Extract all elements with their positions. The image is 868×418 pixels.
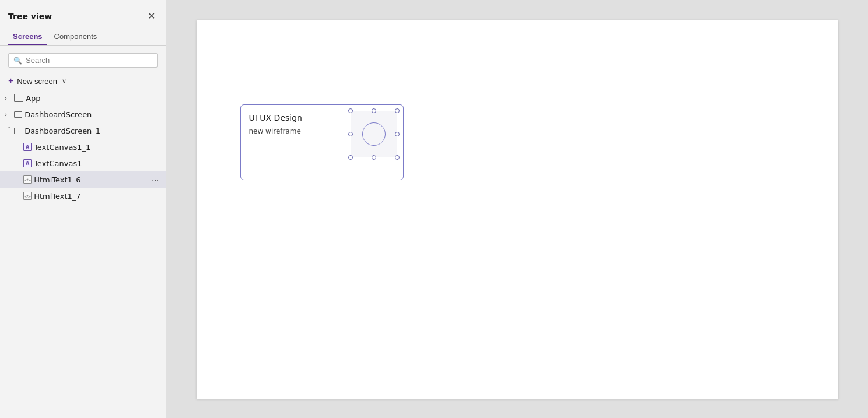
app-icon xyxy=(14,94,23,102)
tree-item-dashboardscreen-1-label: DashboardScreen_1 xyxy=(24,127,161,135)
image-widget[interactable] xyxy=(351,111,397,157)
tree-item-textcanvas1-1[interactable]: › TextCanvas1_1 xyxy=(0,139,166,155)
close-button[interactable]: ✕ xyxy=(145,9,158,23)
screen-icon xyxy=(14,111,22,118)
search-input[interactable] xyxy=(26,56,152,65)
more-options-button[interactable]: ··· xyxy=(149,175,161,184)
tree-item-htmltext1-7[interactable]: › HtmlText1_7 xyxy=(0,188,166,204)
tree-item-textcanvas1[interactable]: › TextCanvas1 xyxy=(0,155,166,171)
tree-item-htmltext1-7-label: HtmlText1_7 xyxy=(34,192,161,201)
textcanvas-icon xyxy=(23,159,32,167)
textcanvas-icon xyxy=(23,143,32,151)
tree-item-app[interactable]: › App xyxy=(0,90,166,106)
tree-item-dashboardscreen-label: DashboardScreen xyxy=(24,110,161,119)
tree-item-app-label: App xyxy=(26,94,161,103)
handle-tm[interactable] xyxy=(372,108,376,113)
search-box: 🔍 xyxy=(8,53,158,68)
htmltext-icon xyxy=(23,192,32,200)
sidebar-header: Tree view ✕ xyxy=(0,0,166,29)
handle-ml[interactable] xyxy=(348,132,353,136)
tree-item-htmltext1-6-label: HtmlText1_6 xyxy=(34,175,149,184)
tree-item-textcanvas1-label: TextCanvas1 xyxy=(34,159,161,168)
canvas-page[interactable]: UI UX Design new wireframe xyxy=(197,20,838,399)
tab-screens[interactable]: Screens xyxy=(8,29,47,45)
new-screen-label: New screen xyxy=(17,77,57,86)
handle-tr[interactable] xyxy=(395,108,400,113)
tree-item-htmltext1-6[interactable]: › HtmlText1_6 ··· xyxy=(0,171,166,188)
canvas-element-htmltext1-6[interactable]: UI UX Design new wireframe xyxy=(240,104,404,180)
new-screen-button[interactable]: + New screen ∨ xyxy=(0,72,166,90)
plus-icon: + xyxy=(8,76,13,86)
canvas-area[interactable]: UI UX Design new wireframe xyxy=(166,0,868,418)
sidebar-tabs: Screens Components xyxy=(0,29,166,46)
tree-item-dashboardscreen-1[interactable]: › DashboardScreen_1 xyxy=(0,122,166,139)
tree-view: › App › DashboardScreen › DashboardScree… xyxy=(0,90,166,418)
handle-bl[interactable] xyxy=(348,155,353,160)
handle-bm[interactable] xyxy=(372,155,376,160)
handle-tl[interactable] xyxy=(348,108,353,113)
handle-br[interactable] xyxy=(395,155,400,160)
tree-item-dashboardscreen[interactable]: › DashboardScreen xyxy=(0,106,166,122)
search-container: 🔍 xyxy=(0,51,166,72)
screen-icon xyxy=(14,128,22,134)
htmltext-icon xyxy=(23,175,32,184)
sidebar-title: Tree view xyxy=(8,12,52,21)
tab-components[interactable]: Components xyxy=(50,29,102,45)
handle-mr[interactable] xyxy=(395,132,400,136)
chevron-down-icon: ∨ xyxy=(62,78,66,85)
chevron-down-icon: › xyxy=(6,126,13,135)
chevron-right-icon: › xyxy=(5,95,14,101)
search-icon: 🔍 xyxy=(13,57,22,65)
image-placeholder-circle xyxy=(362,122,386,146)
chevron-right-icon: › xyxy=(5,111,14,118)
sidebar: Tree view ✕ Screens Components 🔍 + New s… xyxy=(0,0,166,418)
tree-item-textcanvas1-1-label: TextCanvas1_1 xyxy=(34,143,161,152)
